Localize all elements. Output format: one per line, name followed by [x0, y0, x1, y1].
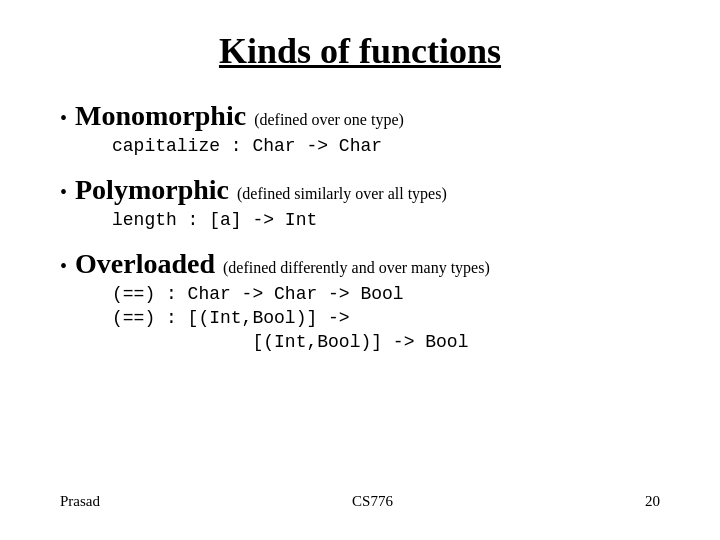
slide: Kinds of functions • Monomorphic (define… — [0, 0, 720, 540]
footer-right: 20 — [645, 493, 660, 510]
bullet-dot-3: • — [60, 256, 67, 276]
bullet-dot-1: • — [60, 108, 67, 128]
overloaded-desc: (defined differently and over many types… — [223, 259, 490, 277]
slide-title: Kinds of functions — [60, 30, 660, 72]
bullet-dot-2: • — [60, 182, 67, 202]
monomorphic-desc: (defined over one type) — [254, 111, 404, 129]
bullet-overloaded-header: • Overloaded (defined differently and ov… — [60, 248, 660, 280]
content-area: • Monomorphic (defined over one type) ca… — [60, 100, 660, 483]
polymorphic-label: Polymorphic — [75, 174, 229, 206]
footer: Prasad CS776 20 — [60, 483, 660, 510]
bullet-polymorphic: • Polymorphic (defined similarly over al… — [60, 174, 660, 230]
monomorphic-code-1: capitalize : Char -> Char — [112, 136, 660, 156]
overloaded-label: Overloaded — [75, 248, 215, 280]
footer-left: Prasad — [60, 493, 100, 510]
overloaded-code-2: (==) : [(Int,Bool)] -> — [112, 308, 660, 328]
monomorphic-label: Monomorphic — [75, 100, 246, 132]
bullet-polymorphic-header: • Polymorphic (defined similarly over al… — [60, 174, 660, 206]
footer-center: CS776 — [352, 493, 393, 510]
overloaded-code-3: [(Int,Bool)] -> Bool — [112, 332, 660, 352]
polymorphic-desc: (defined similarly over all types) — [237, 185, 447, 203]
bullet-monomorphic-header: • Monomorphic (defined over one type) — [60, 100, 660, 132]
bullet-monomorphic: • Monomorphic (defined over one type) ca… — [60, 100, 660, 156]
polymorphic-code-1: length : [a] -> Int — [112, 210, 660, 230]
overloaded-code-1: (==) : Char -> Char -> Bool — [112, 284, 660, 304]
bullet-overloaded: • Overloaded (defined differently and ov… — [60, 248, 660, 352]
